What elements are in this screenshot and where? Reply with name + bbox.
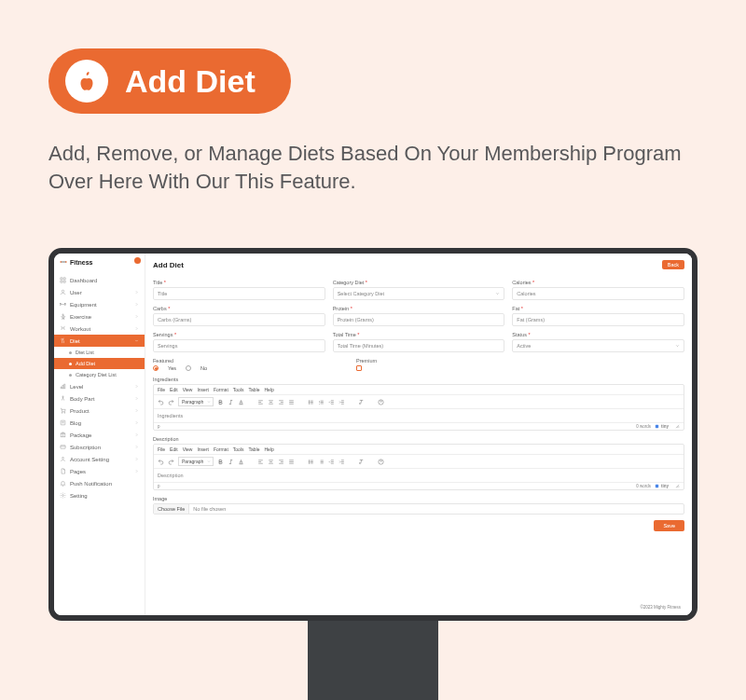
bullet-list-icon[interactable]	[308, 399, 314, 405]
calories-input[interactable]: Calories	[512, 287, 684, 300]
text-color-icon[interactable]	[238, 399, 244, 405]
editor-menu-tools[interactable]: Tools	[233, 387, 244, 392]
text-color-icon[interactable]	[238, 459, 244, 465]
editor-menu-file[interactable]: File	[158, 446, 165, 452]
redo-icon[interactable]	[168, 459, 174, 465]
resize-handle-icon[interactable]	[675, 484, 680, 488]
description-textarea[interactable]: Description	[154, 469, 684, 482]
protein-input[interactable]: Protein (Grams)	[333, 313, 505, 326]
sidebar-item-account-setting[interactable]: Account Setting	[54, 453, 145, 465]
sidebar-subitem-add-diet[interactable]: Add Diet	[54, 358, 145, 369]
svg-point-12	[62, 396, 63, 397]
editor-menu-help[interactable]: Help	[264, 446, 273, 452]
sidebar-item-diet[interactable]: Diet	[54, 335, 145, 347]
undo-icon[interactable]	[158, 459, 164, 465]
sidebar-subitem-category-diet-list[interactable]: Category Diet List	[54, 369, 145, 380]
featured-yes-radio[interactable]	[153, 365, 159, 371]
editor-menu-tools[interactable]: Tools	[233, 446, 244, 452]
sidebar-item-product[interactable]: Product	[54, 405, 145, 417]
number-list-icon[interactable]	[318, 459, 325, 465]
sidebar-item-push-notification[interactable]: Push Notification	[54, 477, 145, 489]
editor-menu-insert[interactable]: Insert	[197, 387, 209, 392]
sidebar-item-body-part[interactable]: Body Part	[54, 392, 145, 405]
align-right-icon[interactable]	[278, 399, 284, 405]
save-button[interactable]: Save	[654, 520, 684, 531]
chevron-right-icon	[134, 384, 139, 389]
sidebar-item-subscription[interactable]: Subscription	[54, 441, 145, 453]
editor-path: p	[158, 424, 160, 429]
svg-point-77	[310, 462, 311, 463]
sidebar-item-workout[interactable]: Workout	[54, 323, 145, 335]
undo-icon[interactable]	[158, 399, 164, 405]
sidebar-subitem-diet-list[interactable]: Diet List	[54, 347, 145, 358]
sidebar-item-exercise[interactable]: Exercise	[54, 310, 145, 323]
choose-file-button[interactable]: Choose File	[154, 504, 189, 514]
align-center-icon[interactable]	[268, 459, 274, 465]
title-input[interactable]: Title	[153, 287, 325, 300]
svg-point-40	[310, 402, 311, 403]
outdent-icon[interactable]	[328, 399, 335, 405]
outdent-icon[interactable]	[328, 459, 335, 465]
sidebar-item-package[interactable]: Package	[54, 429, 145, 441]
editor-menu-edit[interactable]: Edit	[170, 387, 178, 392]
fat-input[interactable]: Fat (Grams)	[512, 313, 684, 326]
italic-icon[interactable]	[228, 399, 234, 405]
tiny-logo[interactable]: tiny	[655, 424, 669, 429]
align-justify-icon[interactable]	[288, 399, 295, 405]
ingredients-textarea[interactable]: Ingredients	[154, 409, 684, 422]
redo-icon[interactable]	[168, 399, 174, 405]
align-justify-icon[interactable]	[288, 459, 295, 465]
bold-icon[interactable]	[217, 459, 224, 465]
align-right-icon[interactable]	[278, 459, 284, 465]
format-select[interactable]: Paragraph	[178, 457, 214, 466]
servings-input[interactable]: Servings	[153, 339, 325, 352]
svg-text:1: 1	[319, 400, 320, 401]
sidebar-item-level[interactable]: Level	[54, 380, 145, 392]
featured-no-radio[interactable]	[186, 365, 191, 371]
sidebar-item-setting[interactable]: Setting	[54, 489, 145, 501]
editor-menu-view[interactable]: View	[183, 387, 193, 392]
carbs-input[interactable]: Carbs (Grams)	[153, 313, 325, 326]
chevron-down-icon	[207, 400, 211, 404]
status-select[interactable]: Active	[512, 339, 684, 352]
tiny-logo[interactable]: tiny	[655, 484, 669, 488]
sidebar-item-dashboard[interactable]: Dashboard	[54, 274, 145, 286]
bullet-list-icon[interactable]	[308, 459, 314, 465]
align-left-icon[interactable]	[257, 459, 264, 465]
help-icon[interactable]	[378, 399, 384, 405]
chevron-right-icon	[134, 302, 139, 307]
align-left-icon[interactable]	[257, 399, 264, 405]
sidebar-item-blog[interactable]: Blog	[54, 417, 145, 429]
indent-icon[interactable]	[338, 459, 345, 465]
help-icon[interactable]	[378, 459, 384, 465]
resize-handle-icon[interactable]	[675, 424, 680, 429]
editor-menu-format[interactable]: Format	[214, 446, 228, 452]
brand[interactable]: Fitness	[54, 254, 145, 270]
total-time-input[interactable]: Total Time (Minutes)	[333, 339, 505, 352]
editor-menu-help[interactable]: Help	[264, 387, 273, 392]
category-select[interactable]: Select Category Diet	[333, 287, 505, 300]
editor-menu-file[interactable]: File	[158, 387, 165, 392]
sidebar-item-equipment[interactable]: Equipment	[54, 298, 145, 310]
image-file-input[interactable]: Choose File No file chosen	[153, 503, 684, 515]
editor-menu-table[interactable]: Table	[248, 446, 259, 452]
editor-menu-view[interactable]: View	[183, 446, 193, 452]
notification-badge-icon[interactable]	[134, 257, 141, 264]
clear-format-icon[interactable]	[358, 399, 365, 405]
sidebar-item-user[interactable]: User	[54, 286, 145, 298]
sidebar-item-pages[interactable]: Pages	[54, 465, 145, 477]
premium-checkbox[interactable]	[356, 365, 362, 371]
editor-menu-edit[interactable]: Edit	[170, 446, 178, 452]
svg-rect-3	[61, 278, 62, 280]
editor-menu-format[interactable]: Format	[214, 387, 228, 392]
indent-icon[interactable]	[338, 399, 345, 405]
editor-menu-table[interactable]: Table	[248, 387, 259, 392]
back-button[interactable]: Back	[662, 260, 684, 269]
clear-format-icon[interactable]	[358, 459, 365, 465]
number-list-icon[interactable]: 123	[318, 399, 325, 405]
bold-icon[interactable]	[217, 399, 224, 405]
format-select[interactable]: Paragraph	[178, 397, 214, 406]
editor-menu-insert[interactable]: Insert	[197, 446, 209, 452]
italic-icon[interactable]	[228, 459, 234, 465]
align-center-icon[interactable]	[268, 399, 274, 405]
